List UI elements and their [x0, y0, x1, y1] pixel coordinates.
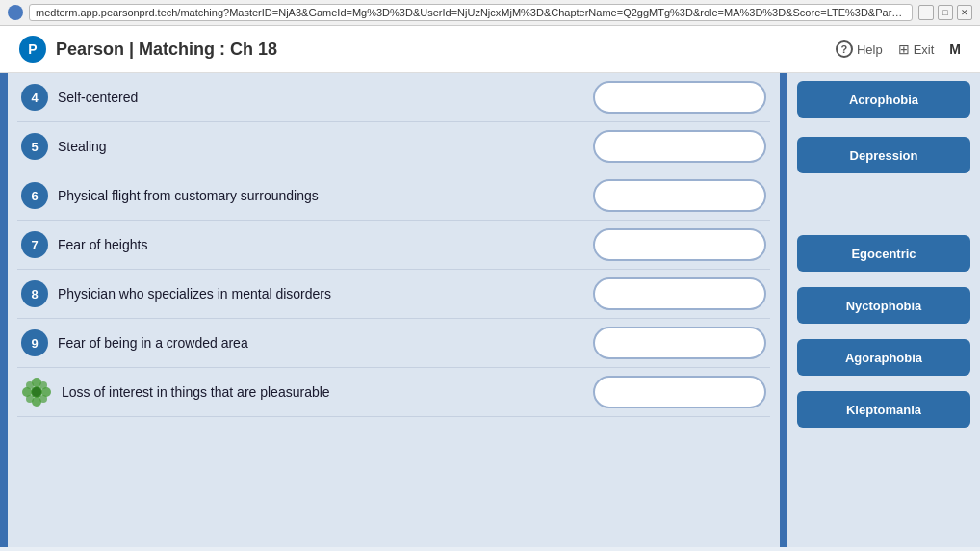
- question-row: 8 Physician who specializes in mental di…: [17, 270, 770, 319]
- answer-button-acrophobia[interactable]: Acrophobia: [797, 81, 970, 118]
- question-number-7: 7: [21, 231, 48, 258]
- help-label: Help: [857, 42, 883, 57]
- help-icon: ?: [836, 40, 853, 58]
- answer-button-agoraphobia[interactable]: Agoraphobia: [797, 339, 970, 376]
- svg-point-8: [39, 395, 47, 403]
- pearson-logo: P: [19, 36, 46, 63]
- question-text-8: Physician who specializes in mental diso…: [58, 286, 583, 302]
- answer-button-egocentric[interactable]: Egocentric: [797, 235, 970, 272]
- answer-input-7[interactable]: [593, 228, 766, 261]
- answer-button-depression[interactable]: Depression: [797, 137, 970, 173]
- exit-icon: ⊞: [898, 41, 910, 57]
- header-left: P Pearson | Matching : Ch 18: [19, 36, 277, 63]
- exit-label: Exit: [914, 42, 935, 57]
- question-row: 6 Physical flight from customary surroun…: [17, 171, 770, 221]
- app-header: P Pearson | Matching : Ch 18 ? Help ⊞ Ex…: [0, 26, 980, 73]
- browser-icon: [8, 5, 23, 20]
- close-button[interactable]: ✕: [957, 5, 972, 20]
- question-number-5: 5: [21, 133, 48, 160]
- question-row: 4 Self-centered: [17, 73, 770, 122]
- help-link[interactable]: ? Help: [836, 40, 883, 58]
- maximize-button[interactable]: □: [938, 5, 953, 20]
- answer-input-4[interactable]: [593, 81, 766, 114]
- answer-input-6[interactable]: [593, 179, 766, 212]
- question-row: 9 Fear of being in a crowded area: [17, 319, 770, 368]
- exit-link[interactable]: ⊞ Exit: [898, 41, 935, 57]
- answer-input-9[interactable]: [593, 327, 766, 359]
- question-number-special: [21, 377, 52, 407]
- answer-button-kleptomania[interactable]: Kleptomania: [797, 391, 970, 428]
- question-text-9: Fear of being in a crowded area: [58, 335, 583, 351]
- answer-input-5[interactable]: [593, 130, 766, 163]
- question-text-7: Fear of heights: [58, 237, 583, 252]
- question-row: Loss of interest in things that are plea…: [17, 368, 770, 417]
- answer-input-8[interactable]: [593, 277, 766, 310]
- answer-input-special[interactable]: [593, 376, 766, 408]
- header-right: ? Help ⊞ Exit M: [836, 40, 961, 58]
- question-number-4: 4: [21, 84, 48, 111]
- svg-point-5: [26, 381, 34, 389]
- question-number-8: 8: [21, 280, 48, 307]
- header-title: Pearson | Matching : Ch 18: [56, 39, 277, 60]
- question-text-6: Physical flight from customary surroundi…: [58, 188, 583, 203]
- question-number-6: 6: [21, 182, 48, 209]
- question-number-9: 9: [21, 329, 48, 356]
- right-strip: [780, 73, 787, 547]
- question-row: 5 Stealing: [17, 122, 770, 171]
- question-text-4: Self-centered: [58, 90, 583, 105]
- answers-column: Acrophobia Depression Egocentric Nyctoph…: [787, 73, 980, 547]
- browser-url: medterm.app.pearsonprd.tech/matching?Mas…: [29, 4, 913, 21]
- svg-point-7: [26, 395, 34, 403]
- browser-bar: medterm.app.pearsonprd.tech/matching?Mas…: [0, 0, 980, 26]
- question-row: 7 Fear of heights: [17, 221, 770, 270]
- svg-point-9: [32, 387, 41, 397]
- answer-button-nyctophobia[interactable]: Nyctophobia: [797, 287, 970, 324]
- minimize-button[interactable]: —: [918, 5, 934, 20]
- main-content: 4 Self-centered 5 Stealing 6 Physical fl…: [0, 73, 980, 547]
- question-text-special: Loss of interest in things that are plea…: [62, 384, 583, 400]
- left-strip: [0, 73, 8, 547]
- browser-actions: — □ ✕: [918, 5, 972, 20]
- svg-point-6: [39, 381, 47, 389]
- questions-column: 4 Self-centered 5 Stealing 6 Physical fl…: [8, 73, 780, 547]
- question-text-5: Stealing: [58, 139, 583, 154]
- m-label: M: [949, 41, 961, 57]
